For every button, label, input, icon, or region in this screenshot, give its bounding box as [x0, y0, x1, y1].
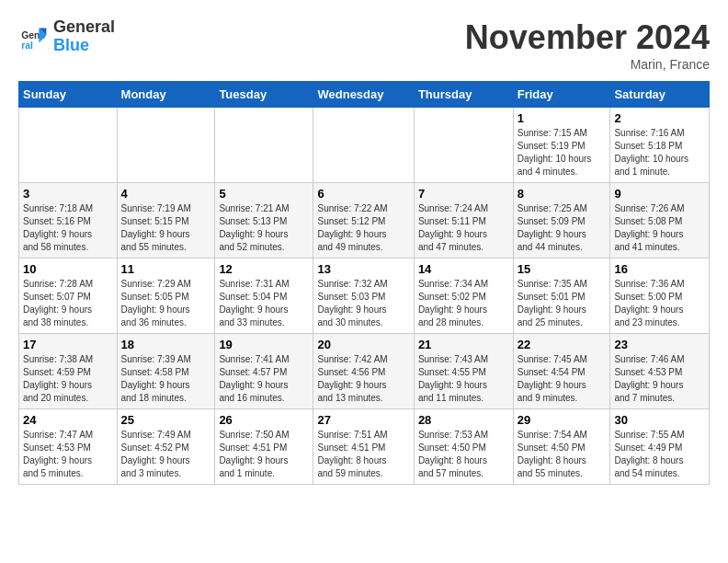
calendar-cell: 28Sunrise: 7:53 AM Sunset: 4:50 PM Dayli…	[414, 409, 513, 485]
calendar-table: SundayMondayTuesdayWednesdayThursdayFrid…	[18, 81, 710, 485]
day-info: Sunrise: 7:53 AM Sunset: 4:50 PM Dayligh…	[418, 429, 509, 480]
day-number: 1	[518, 111, 607, 125]
calendar-cell: 10Sunrise: 7:28 AM Sunset: 5:07 PM Dayli…	[19, 259, 118, 334]
day-number: 14	[418, 262, 509, 276]
calendar-week-row: 3Sunrise: 7:18 AM Sunset: 5:16 PM Daylig…	[19, 183, 710, 259]
day-info: Sunrise: 7:38 AM Sunset: 4:59 PM Dayligh…	[23, 353, 113, 405]
day-info: Sunrise: 7:31 AM Sunset: 5:04 PM Dayligh…	[219, 278, 309, 329]
day-info: Sunrise: 7:42 AM Sunset: 4:56 PM Dayligh…	[317, 353, 409, 405]
weekday-header: Saturday	[610, 82, 710, 108]
weekday-header-row: SundayMondayTuesdayWednesdayThursdayFrid…	[19, 82, 710, 108]
day-number: 7	[418, 187, 509, 201]
day-number: 17	[23, 338, 113, 351]
day-info: Sunrise: 7:21 AM Sunset: 5:13 PM Dayligh…	[219, 202, 309, 254]
day-number: 23	[614, 338, 705, 351]
day-info: Sunrise: 7:54 AM Sunset: 4:50 PM Dayligh…	[518, 429, 607, 480]
day-info: Sunrise: 7:29 AM Sunset: 5:05 PM Dayligh…	[121, 278, 211, 329]
day-number: 18	[121, 338, 211, 351]
calendar-cell: 25Sunrise: 7:49 AM Sunset: 4:52 PM Dayli…	[117, 409, 215, 485]
day-number: 9	[614, 187, 705, 201]
day-number: 25	[121, 413, 211, 427]
weekday-header: Sunday	[19, 82, 118, 108]
month-title: November 2024	[465, 18, 710, 57]
day-info: Sunrise: 7:15 AM Sunset: 5:19 PM Dayligh…	[518, 127, 607, 178]
day-info: Sunrise: 7:22 AM Sunset: 5:12 PM Dayligh…	[317, 202, 409, 254]
calendar-cell: 5Sunrise: 7:21 AM Sunset: 5:13 PM Daylig…	[215, 183, 313, 259]
day-info: Sunrise: 7:26 AM Sunset: 5:08 PM Dayligh…	[614, 202, 705, 254]
weekday-header: Friday	[513, 82, 610, 108]
calendar-cell: 19Sunrise: 7:41 AM Sunset: 4:57 PM Dayli…	[215, 334, 313, 409]
calendar-cell: 24Sunrise: 7:47 AM Sunset: 4:53 PM Dayli…	[19, 409, 118, 485]
day-number: 27	[317, 413, 409, 427]
day-number: 11	[121, 262, 211, 276]
page-header: Gene ral General Blue November 2024 Mari…	[18, 18, 710, 72]
calendar-week-row: 1Sunrise: 7:15 AM Sunset: 5:19 PM Daylig…	[19, 108, 710, 183]
day-number: 26	[219, 413, 309, 427]
calendar-cell: 8Sunrise: 7:25 AM Sunset: 5:09 PM Daylig…	[513, 183, 610, 259]
day-info: Sunrise: 7:19 AM Sunset: 5:15 PM Dayligh…	[121, 202, 211, 254]
calendar-cell: 3Sunrise: 7:18 AM Sunset: 5:16 PM Daylig…	[19, 183, 118, 259]
calendar-cell	[414, 108, 513, 183]
day-info: Sunrise: 7:24 AM Sunset: 5:11 PM Dayligh…	[418, 202, 509, 254]
calendar-cell: 1Sunrise: 7:15 AM Sunset: 5:19 PM Daylig…	[513, 108, 610, 183]
day-number: 15	[518, 262, 607, 276]
calendar-cell: 7Sunrise: 7:24 AM Sunset: 5:11 PM Daylig…	[414, 183, 513, 259]
calendar-cell: 29Sunrise: 7:54 AM Sunset: 4:50 PM Dayli…	[513, 409, 610, 485]
day-number: 28	[418, 413, 509, 427]
day-info: Sunrise: 7:18 AM Sunset: 5:16 PM Dayligh…	[23, 202, 113, 254]
day-number: 13	[317, 262, 409, 276]
logo: Gene ral General Blue	[18, 18, 115, 55]
day-number: 20	[317, 338, 409, 351]
calendar-cell: 13Sunrise: 7:32 AM Sunset: 5:03 PM Dayli…	[313, 259, 414, 334]
day-info: Sunrise: 7:36 AM Sunset: 5:00 PM Dayligh…	[614, 278, 705, 329]
location: Marin, France	[465, 57, 710, 72]
svg-text:ral: ral	[21, 40, 33, 51]
day-info: Sunrise: 7:49 AM Sunset: 4:52 PM Dayligh…	[121, 429, 211, 480]
logo-text: General Blue	[53, 18, 115, 55]
day-number: 21	[418, 338, 509, 351]
day-number: 3	[23, 187, 113, 201]
day-number: 4	[121, 187, 211, 201]
calendar-cell: 17Sunrise: 7:38 AM Sunset: 4:59 PM Dayli…	[19, 334, 118, 409]
calendar-cell: 2Sunrise: 7:16 AM Sunset: 5:18 PM Daylig…	[610, 108, 710, 183]
day-info: Sunrise: 7:41 AM Sunset: 4:57 PM Dayligh…	[219, 353, 309, 405]
day-info: Sunrise: 7:51 AM Sunset: 4:51 PM Dayligh…	[317, 429, 409, 480]
calendar-cell: 26Sunrise: 7:50 AM Sunset: 4:51 PM Dayli…	[215, 409, 313, 485]
calendar-cell: 15Sunrise: 7:35 AM Sunset: 5:01 PM Dayli…	[513, 259, 610, 334]
calendar-cell: 14Sunrise: 7:34 AM Sunset: 5:02 PM Dayli…	[414, 259, 513, 334]
day-info: Sunrise: 7:47 AM Sunset: 4:53 PM Dayligh…	[23, 429, 113, 480]
calendar-cell	[215, 108, 313, 183]
day-number: 19	[219, 338, 309, 351]
calendar-cell: 9Sunrise: 7:26 AM Sunset: 5:08 PM Daylig…	[610, 183, 710, 259]
day-number: 5	[219, 187, 309, 201]
day-number: 16	[614, 262, 705, 276]
calendar-cell: 27Sunrise: 7:51 AM Sunset: 4:51 PM Dayli…	[313, 409, 414, 485]
day-number: 24	[23, 413, 113, 427]
day-number: 29	[518, 413, 607, 427]
day-number: 30	[614, 413, 705, 427]
day-info: Sunrise: 7:50 AM Sunset: 4:51 PM Dayligh…	[219, 429, 309, 480]
calendar-cell: 6Sunrise: 7:22 AM Sunset: 5:12 PM Daylig…	[313, 183, 414, 259]
calendar-cell: 21Sunrise: 7:43 AM Sunset: 4:55 PM Dayli…	[414, 334, 513, 409]
calendar-week-row: 17Sunrise: 7:38 AM Sunset: 4:59 PM Dayli…	[19, 334, 710, 409]
calendar-cell: 11Sunrise: 7:29 AM Sunset: 5:05 PM Dayli…	[117, 259, 215, 334]
calendar-cell	[19, 108, 118, 183]
day-number: 12	[219, 262, 309, 276]
calendar-cell: 16Sunrise: 7:36 AM Sunset: 5:00 PM Dayli…	[610, 259, 710, 334]
day-info: Sunrise: 7:55 AM Sunset: 4:49 PM Dayligh…	[614, 429, 705, 480]
day-number: 8	[518, 187, 607, 201]
calendar-cell: 30Sunrise: 7:55 AM Sunset: 4:49 PM Dayli…	[610, 409, 710, 485]
day-info: Sunrise: 7:25 AM Sunset: 5:09 PM Dayligh…	[518, 202, 607, 254]
day-number: 6	[317, 187, 409, 201]
day-info: Sunrise: 7:32 AM Sunset: 5:03 PM Dayligh…	[317, 278, 409, 329]
logo-icon: Gene ral	[18, 22, 48, 52]
day-number: 22	[518, 338, 607, 351]
day-info: Sunrise: 7:34 AM Sunset: 5:02 PM Dayligh…	[418, 278, 509, 329]
day-info: Sunrise: 7:28 AM Sunset: 5:07 PM Dayligh…	[23, 278, 113, 329]
day-info: Sunrise: 7:43 AM Sunset: 4:55 PM Dayligh…	[418, 353, 509, 405]
calendar-week-row: 24Sunrise: 7:47 AM Sunset: 4:53 PM Dayli…	[19, 409, 710, 485]
weekday-header: Wednesday	[313, 82, 414, 108]
day-info: Sunrise: 7:46 AM Sunset: 4:53 PM Dayligh…	[614, 353, 705, 405]
day-info: Sunrise: 7:16 AM Sunset: 5:18 PM Dayligh…	[614, 127, 705, 178]
day-info: Sunrise: 7:35 AM Sunset: 5:01 PM Dayligh…	[518, 278, 607, 329]
